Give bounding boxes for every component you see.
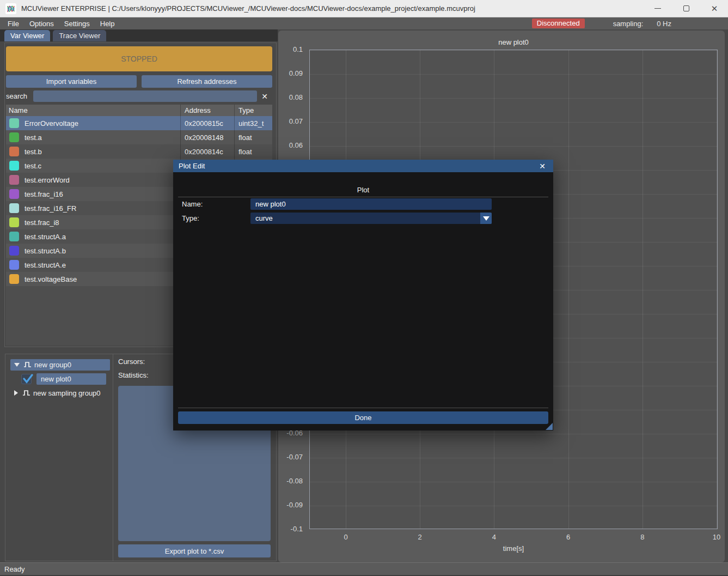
y-tick-label: 0.09 <box>275 69 303 78</box>
tree-sampling-group-row[interactable]: new sampling group0 <box>14 387 101 399</box>
x-tick-label: 10 <box>706 533 727 541</box>
plots-tree: new group0 new plot0 new sampling group0 <box>5 354 113 561</box>
menu-bar: FileOptionsSettingsHelp Disconnected sam… <box>0 17 728 29</box>
variable-name-cell: test.frac_i16_FR <box>6 201 180 215</box>
variable-name: test.frac_i16 <box>25 190 63 198</box>
collapse-triangle-icon[interactable] <box>14 390 18 396</box>
variable-name-cell: ErrorOvervoltage <box>6 116 180 130</box>
close-icon: ✕ <box>711 4 718 13</box>
variable-color-swatch[interactable] <box>9 203 19 213</box>
plot-title: new plot0 <box>309 38 718 46</box>
close-button[interactable]: ✕ <box>708 3 720 15</box>
window-title: MCUViewer ENTERPRISE | C:/Users/klonyyy/… <box>21 4 475 13</box>
search-input[interactable] <box>33 90 257 102</box>
menu-item[interactable]: Options <box>29 20 54 28</box>
variable-name: test.frac_i16_FR <box>25 204 76 213</box>
variable-name: test.structA.e <box>25 261 66 269</box>
column-header-address[interactable]: Address <box>180 105 234 116</box>
variable-name-cell: test.voltageBase <box>6 272 180 286</box>
tree-plot-row[interactable]: new plot0 <box>21 373 106 385</box>
variable-color-swatch[interactable] <box>9 147 19 156</box>
x-tick-label: 0 <box>335 533 357 541</box>
variable-color-swatch[interactable] <box>9 246 19 256</box>
menu-item[interactable]: Help <box>100 20 115 28</box>
variable-color-swatch[interactable] <box>9 260 19 270</box>
done-button[interactable]: Done <box>178 411 548 424</box>
variable-name-cell: test.errorWord <box>6 173 180 187</box>
minimize-button[interactable] <box>652 3 664 15</box>
tree-group-row[interactable]: new group0 <box>10 359 110 371</box>
variable-color-swatch[interactable] <box>9 189 19 199</box>
tab[interactable]: Var Viewer <box>4 30 50 41</box>
name-label: Name: <box>182 200 203 208</box>
menu-status-area: Disconnected sampling: 0 Hz <box>532 17 671 29</box>
dialog-titlebar: Plot Edit ✕ <box>173 160 553 172</box>
status-text: Ready <box>4 565 25 573</box>
tab-label: Var Viewer <box>10 32 44 40</box>
statistics-label: Statistics: <box>118 371 149 379</box>
variable-color-swatch[interactable] <box>9 217 19 227</box>
variable-color-swatch[interactable] <box>9 132 19 142</box>
variable-color-swatch[interactable] <box>9 274 19 284</box>
variable-color-swatch[interactable] <box>9 175 19 185</box>
x-tick-label: 4 <box>483 533 505 541</box>
y-tick-label: -0.08 <box>275 477 303 486</box>
app-logo-icon <box>5 3 16 14</box>
variable-name-cell: test.b <box>6 144 180 159</box>
maximize-button[interactable] <box>680 3 692 15</box>
resize-grip[interactable] <box>546 423 553 430</box>
variable-name: ErrorOvervoltage <box>25 119 78 128</box>
variable-color-swatch[interactable] <box>9 118 19 128</box>
variable-color-swatch[interactable] <box>9 232 19 241</box>
expand-triangle-icon[interactable] <box>14 363 20 367</box>
tab[interactable]: Trace Viewer <box>53 30 106 41</box>
menu-item[interactable]: File <box>8 20 19 28</box>
plot-type-dropdown[interactable]: curve <box>250 213 492 224</box>
column-header-name[interactable]: Name <box>6 105 180 116</box>
table-row[interactable]: test.b 0x2000814c float <box>6 144 272 159</box>
variable-name: test.frac_i8 <box>25 219 59 227</box>
group-label: new group0 <box>34 361 71 369</box>
variable-name: test.a <box>25 134 42 142</box>
app-window: MCUViewer ENTERPRISE | C:/Users/klonyyy/… <box>0 0 728 576</box>
export-csv-button[interactable]: Export plot to *.csv <box>118 544 271 557</box>
acquisition-state-button[interactable]: STOPPED <box>6 46 272 71</box>
status-bar: Ready <box>0 562 728 575</box>
menu-item[interactable]: Settings <box>64 20 90 28</box>
variable-name-cell: test.a <box>6 130 180 144</box>
y-tick-label: 0.06 <box>275 141 303 150</box>
variable-name: test.errorWord <box>25 176 70 184</box>
plot-visible-checkbox[interactable] <box>21 374 32 384</box>
plot-type-value: curve <box>250 214 480 222</box>
y-tick-label: -0.1 <box>275 525 303 533</box>
search-clear-icon[interactable]: ✕ <box>257 92 272 101</box>
vertical-gridline <box>568 50 569 529</box>
dialog-title: Plot Edit <box>179 162 205 170</box>
dropdown-button[interactable] <box>480 213 492 224</box>
vertical-gridline <box>643 50 643 529</box>
table-row[interactable]: test.a 0x20008148 float <box>6 130 272 144</box>
column-header-type[interactable]: Type <box>234 105 272 116</box>
menu-items: FileOptionsSettingsHelp <box>0 20 115 28</box>
dialog-close-icon[interactable]: ✕ <box>537 162 548 171</box>
separator <box>178 197 548 197</box>
import-variables-button[interactable]: Import variables <box>6 75 137 88</box>
variable-name: test.voltageBase <box>25 275 77 283</box>
variable-name: test.structA.b <box>25 247 66 255</box>
tab-label: Trace Viewer <box>59 32 100 40</box>
plot-name-input[interactable] <box>250 198 492 210</box>
refresh-addresses-button[interactable]: Refresh addresses <box>142 75 272 88</box>
type-label: Type: <box>182 214 199 222</box>
variable-color-swatch[interactable] <box>9 161 19 171</box>
variable-name-cell: test.structA.e <box>6 258 180 272</box>
table-row[interactable]: ErrorOvervoltage 0x2000815c uint32_t <box>6 116 272 130</box>
minimize-icon <box>654 8 661 9</box>
variable-name-cell: test.frac_i16 <box>6 187 180 201</box>
variable-name: test.c <box>25 162 41 170</box>
y-tick-label: -0.09 <box>275 501 303 510</box>
plot-label[interactable]: new plot0 <box>36 373 106 385</box>
cursors-label: Cursors: <box>118 357 145 366</box>
connection-status-badge: Disconnected <box>532 19 585 28</box>
sampling-value: 0 Hz <box>657 20 671 28</box>
variable-address-cell: 0x2000815c <box>180 116 234 130</box>
